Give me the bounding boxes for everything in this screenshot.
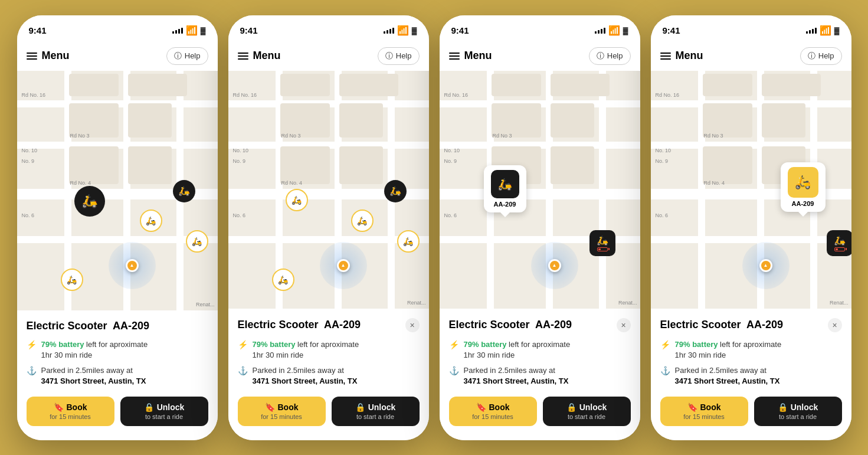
unlock-btn-top-4: 🔒 Unlock (778, 402, 818, 412)
map-area-3[interactable]: Rd No. 16 Rd No 3 Rd No. 4 No. 10 No. 9 … (440, 71, 640, 309)
scooter-marker-pink-2[interactable]: 🛵 (351, 210, 374, 232)
menu-button-1[interactable]: Menu (27, 50, 70, 62)
hamburger-icon-3 (449, 53, 460, 60)
close-button-3[interactable]: × (617, 318, 631, 332)
battery-low-icon-4 (834, 247, 845, 251)
close-button-4[interactable]: × (828, 318, 842, 332)
callout-scooter-icon-4: 🛵 (788, 167, 818, 198)
callout-bubble-3[interactable]: 🛵 AA-209 (484, 165, 526, 212)
unlock-sub-2: to start a ride (356, 413, 394, 420)
menu-button-4[interactable]: Menu (660, 50, 703, 62)
battery-row-4: ⚡ 79% battery left for aproximate1hr 30 … (660, 339, 842, 361)
menu-button-2[interactable]: Menu (238, 50, 281, 62)
help-button-1[interactable]: ⓘ Help (166, 47, 208, 65)
user-dot-2 (337, 259, 350, 272)
map-area-1[interactable]: Rd No. 16 Rd No 3 Rd No. 4 No. 10 No. 9 … (17, 71, 218, 310)
scooter-marker-small-left[interactable]: 🛵 (61, 269, 83, 291)
low-battery-marker-4[interactable]: 🛵 (827, 230, 851, 256)
location-text-3: Parked in 2.5miles away at 3471 Short St… (464, 365, 569, 387)
help-button-2[interactable]: ⓘ Help (378, 47, 420, 65)
wifi-icon-3: 📶 (608, 25, 620, 36)
book-btn-top-1: 🔖 Book (54, 402, 87, 412)
unlock-sub-4: to start a ride (779, 413, 817, 420)
book-sub-4: for 15 minutes (683, 413, 725, 420)
scooter-header-3: Electric Scooter AA-209 × (449, 318, 631, 332)
menu-label-2: Menu (253, 50, 281, 62)
location-row-1: ⚓ Parked in 2.5miles away at 3471 Short … (27, 365, 208, 387)
hamburger-icon-2 (238, 53, 248, 60)
menu-button-3[interactable]: Menu (449, 50, 492, 62)
scooter-marker-selected-2[interactable]: 🛵 (286, 189, 308, 211)
book-sub-1: for 15 minutes (50, 413, 91, 420)
lock-icon-3: 🔒 (566, 402, 577, 412)
user-location-4 (742, 242, 790, 289)
help-button-4[interactable]: ⓘ Help (800, 47, 842, 65)
low-battery-marker-3[interactable]: 🛵 (589, 230, 615, 256)
bolt-icon-2: ⚡ (238, 340, 248, 349)
help-button-3[interactable]: ⓘ Help (589, 47, 631, 65)
bookmark-icon-2: 🔖 (265, 402, 275, 412)
action-buttons-2: 🔖 Book for 15 minutes 🔒 Unlock to start … (238, 397, 420, 426)
status-icons-2: 📶 ▓ (384, 25, 417, 36)
scooter-marker-top-2[interactable]: 🛵 (384, 180, 407, 202)
scooter-marker-yellow-top[interactable]: 🛵 (173, 180, 195, 202)
bottom-panel-3: Electric Scooter AA-209 × ⚡ 79% battery … (440, 309, 640, 440)
scooter-title-1: Electric Scooter AA-209 (27, 320, 149, 332)
phone-3: 9:41 📶 ▓ Menu ⓘ Help (440, 15, 640, 440)
battery-text-1: 79% battery left for aproximate1hr 30 mi… (41, 339, 148, 361)
scooter-marker-green-2[interactable]: 🛵 (397, 230, 420, 253)
menu-label-4: Menu (676, 50, 703, 62)
lock-icon-4: 🔒 (778, 402, 788, 412)
hamburger-icon-4 (660, 53, 671, 60)
location-row-3: ⚓ Parked in 2.5miles away at 3471 Short … (449, 365, 631, 387)
lock-icon-2: 🔒 (355, 402, 365, 412)
unlock-label-3: Unlock (579, 402, 607, 412)
unlock-sub-3: to start a ride (568, 413, 605, 420)
scooter-marker-pink[interactable]: 🛵 (140, 210, 162, 232)
map-area-2[interactable]: Rd No. 16 Rd No 3 Rd No. 4 No. 10 No. 9 … (228, 71, 429, 309)
time-1: 9:41 (29, 25, 47, 35)
book-button-1[interactable]: 🔖 Book for 15 minutes (27, 397, 114, 426)
bottom-panel-1: Electric Scooter AA-209 ⚡ 79% battery le… (17, 310, 218, 440)
map-area-4[interactable]: Rd No. 16 Rd No 3 Rd No. 4 No. 10 No. 9 … (651, 71, 851, 309)
unlock-button-3[interactable]: 🔒 Unlock to start a ride (543, 397, 631, 426)
battery-text-4: 79% battery left for aproximate1hr 30 mi… (675, 339, 782, 361)
user-dot-3 (548, 259, 561, 272)
close-button-2[interactable]: × (405, 318, 420, 332)
unlock-button-1[interactable]: 🔒 Unlock to start a ride (120, 397, 208, 426)
scooter-title-4: Electric Scooter AA-209 (660, 319, 783, 331)
app-header-4: Menu ⓘ Help (651, 41, 851, 71)
book-label-2: Book (278, 402, 299, 412)
scooter-info-1: ⚡ 79% battery left for aproximate1hr 30 … (27, 339, 208, 387)
signal-icon-3 (595, 28, 605, 34)
action-buttons-3: 🔖 Book for 15 minutes 🔒 Unlock to start … (449, 397, 631, 426)
scooter-info-4: ⚡ 79% battery left for aproximate1hr 30 … (660, 339, 842, 387)
scooter-marker-green-right[interactable]: 🛵 (186, 230, 208, 253)
signal-icon-2 (384, 28, 394, 34)
bolt-icon-4: ⚡ (660, 340, 670, 349)
battery-text-3: 79% battery left for aproximate1hr 30 mi… (464, 339, 571, 361)
user-location-2 (320, 242, 367, 289)
scooter-marker-small-2[interactable]: 🛵 (272, 269, 294, 291)
scooter-marker-selected-1[interactable]: 🛵 (74, 186, 105, 217)
book-button-2[interactable]: 🔖 Book for 15 minutes (238, 397, 326, 426)
unlock-button-4[interactable]: 🔒 Unlock to start a ride (754, 397, 842, 426)
user-location-1 (109, 242, 156, 289)
book-btn-top-3: 🔖 Book (476, 402, 510, 412)
user-dot-1 (126, 259, 139, 272)
battery-icon-2: ▓ (412, 27, 417, 35)
callout-bubble-4[interactable]: 🛵 AA-209 (781, 162, 826, 212)
unlock-label-2: Unlock (368, 402, 396, 412)
status-icons-1: 📶 ▓ (172, 25, 206, 36)
user-dot-4 (759, 259, 772, 272)
book-button-4[interactable]: 🔖 Book for 15 minutes (660, 397, 748, 426)
location-text-2: Parked in 2.5miles away at 3471 Short St… (253, 365, 358, 387)
phones-container: 9:41 📶 ▓ Menu ⓘ Help (17, 15, 851, 440)
help-icon-2: ⓘ (385, 51, 393, 61)
time-3: 9:41 (451, 25, 469, 35)
app-header-2: Menu ⓘ Help (228, 41, 429, 71)
location-text-1: Parked in 2.5miles away at 3471 Short St… (41, 365, 146, 387)
book-button-3[interactable]: 🔖 Book for 15 minutes (449, 397, 537, 426)
unlock-button-2[interactable]: 🔒 Unlock to start a ride (332, 397, 420, 426)
action-buttons-4: 🔖 Book for 15 minutes 🔒 Unlock to start … (660, 397, 842, 426)
